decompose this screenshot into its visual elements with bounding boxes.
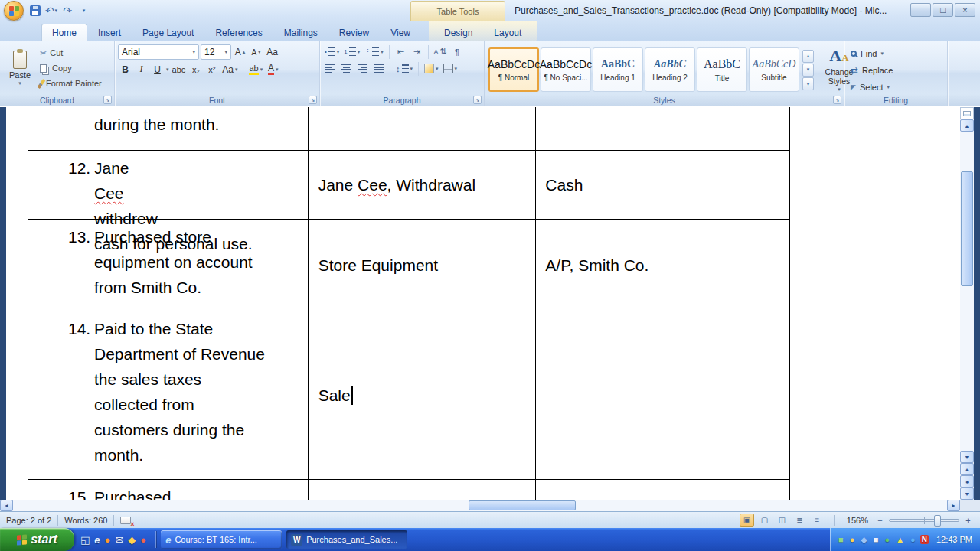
debit-cell[interactable]: Jane Cee, Withdrawal [309,151,537,219]
tray-icon-1[interactable]: ■ [837,535,845,545]
styles-more-button[interactable]: ▾ [802,77,814,90]
zoom-level[interactable]: 156% [847,516,868,525]
taskbar-button-browser[interactable]: e Course: BT 165: Intr... [161,530,282,549]
next-page-button[interactable]: ▼ [960,487,974,500]
word-count[interactable]: Words: 260 [64,516,107,525]
font-size-combo[interactable]: 12 ▾ [201,44,231,60]
credit-cell[interactable] [536,107,790,150]
tray-icon-3[interactable]: ◆ [859,535,868,545]
taskbar-button-word[interactable]: W Purchases_and_Sales... [286,530,407,549]
multilevel-list-button[interactable]: ⋮▾ [363,44,385,59]
redo-button[interactable]: ↷ [60,3,74,18]
styles-dialog-launcher[interactable]: ↘ [833,96,841,104]
style-item-heading1[interactable]: AaBbC Heading 1 [593,47,643,92]
email-icon[interactable]: ✉ [115,535,123,545]
show-desktop-icon[interactable]: ◱ [80,535,90,545]
style-item-normal[interactable]: AaBbCcDc ¶ Normal [488,47,539,92]
borders-button[interactable]: ▾ [442,61,459,76]
show-hide-marks-button[interactable]: ¶ [449,44,464,59]
strikethrough-button[interactable]: abc [171,62,188,77]
tab-mailings[interactable]: Mailings [273,24,328,41]
credit-cell[interactable]: A/P, Smith Co. [536,220,790,311]
tab-layout[interactable]: Layout [483,24,532,41]
tab-view[interactable]: View [380,24,421,41]
scroll-up-button[interactable]: ▲ [960,119,974,132]
style-item-title[interactable]: AaBbC Title [697,47,747,92]
taskbar-clock[interactable]: 12:43 PM [936,535,972,544]
undo-button[interactable]: ↶ ▾ [44,3,58,18]
subscript-button[interactable]: x₂ [188,62,203,77]
tab-page-layout[interactable]: Page Layout [132,24,204,41]
tray-icon-5[interactable]: ● [883,535,891,545]
messenger-icon[interactable]: ● [140,535,146,545]
scroll-right-button[interactable]: ► [947,500,960,511]
previous-page-button[interactable]: ▲ [960,463,974,475]
transaction-cell[interactable]: 14. Paid to the State Department of Reve… [28,311,309,479]
vertical-scrollbar[interactable]: ▲ ▼ ▲ ● ▼ [960,107,974,500]
font-dialog-launcher[interactable]: ↘ [309,96,317,104]
draft-view-button[interactable]: ≡ [810,514,825,527]
paste-button[interactable]: Paste ▾ [3,44,37,92]
caret-down-icon[interactable]: ▾ [166,67,169,72]
credit-cell[interactable] [536,480,790,500]
decrease-indent-button[interactable]: ⇤ [394,44,408,59]
office-button[interactable] [4,1,24,21]
zoom-slider[interactable] [889,519,959,522]
style-item-subtitle[interactable]: AaBbCcD Subtitle [749,47,799,92]
copy-button[interactable]: Copy [37,60,105,76]
format-painter-button[interactable]: Format Painter [37,76,105,91]
tab-review[interactable]: Review [328,24,380,41]
bold-button[interactable]: B [118,62,132,77]
undo-dropdown-caret-icon[interactable]: ▾ [55,8,58,14]
maximize-button[interactable]: □ [933,3,953,17]
credit-cell[interactable] [536,311,790,479]
styles-scroll-up-button[interactable]: ▴ [802,50,814,63]
internet-explorer-icon[interactable]: e [94,535,100,545]
tray-icon-2[interactable]: ● [848,535,857,545]
tab-insert[interactable]: Insert [87,24,132,41]
cut-button[interactable]: ✂ Cut [37,45,105,60]
increase-indent-button[interactable]: ⇥ [410,44,424,59]
align-center-button[interactable] [339,61,354,76]
bullets-button[interactable]: •▾ [323,44,341,59]
document-page[interactable]: during the month. 12. Jane Cee withdrew … [6,107,960,500]
zoom-out-button[interactable]: − [874,514,886,526]
debit-cell[interactable]: Store Equipment [309,220,537,311]
tray-icon-6[interactable]: ▲ [894,535,906,545]
debit-cell[interactable] [309,107,537,150]
style-item-no-spacing[interactable]: AaBbCcDc ¶ No Spaci... [541,47,591,92]
clear-formatting-button[interactable]: Aa [265,45,279,60]
shrink-font-button[interactable]: A▾ [249,45,263,60]
outline-view-button[interactable]: ≣ [792,514,807,527]
debit-cell[interactable] [309,480,537,500]
select-browse-object-button[interactable]: ● [960,475,974,487]
scroll-left-button[interactable]: ◄ [0,500,13,511]
underline-button[interactable]: U [150,62,165,77]
credit-cell[interactable]: Cash [536,151,790,219]
ruler-toggle-button[interactable] [960,107,974,119]
zoom-in-button[interactable]: + [962,514,974,526]
minimize-button[interactable]: – [910,3,931,17]
superscript-button[interactable]: x² [204,62,219,77]
tray-icon-7[interactable]: ● [909,535,917,545]
transaction-cell[interactable]: during the month. [28,107,309,150]
font-name-combo[interactable]: Arial ▾ [118,44,199,60]
print-layout-view-button[interactable]: ▣ [740,514,754,527]
numbering-button[interactable]: 1▾ [342,44,361,59]
firefox-icon[interactable]: ● [105,535,111,545]
zoom-slider-thumb[interactable] [934,515,941,527]
transaction-cell[interactable]: 13. Purchased store equipment on account… [28,220,309,311]
vertical-scroll-track[interactable] [960,132,974,451]
sort-button[interactable]: A⇅ [433,44,449,59]
change-case-button[interactable]: Aa▾ [220,62,239,77]
line-spacing-button[interactable]: ↕▾ [394,61,414,76]
replace-button[interactable]: ⇄ Replace [848,63,896,78]
tray-icon-4[interactable]: ■ [872,535,880,545]
italic-button[interactable]: I [134,62,149,77]
tab-references[interactable]: References [204,24,273,41]
font-color-button[interactable]: A▾ [266,62,280,77]
tab-home[interactable]: Home [41,24,87,41]
style-item-heading2[interactable]: AaBbC Heading 2 [645,47,695,92]
full-screen-view-button[interactable]: ▢ [757,514,772,527]
find-button[interactable]: Find ▾ [848,46,896,61]
